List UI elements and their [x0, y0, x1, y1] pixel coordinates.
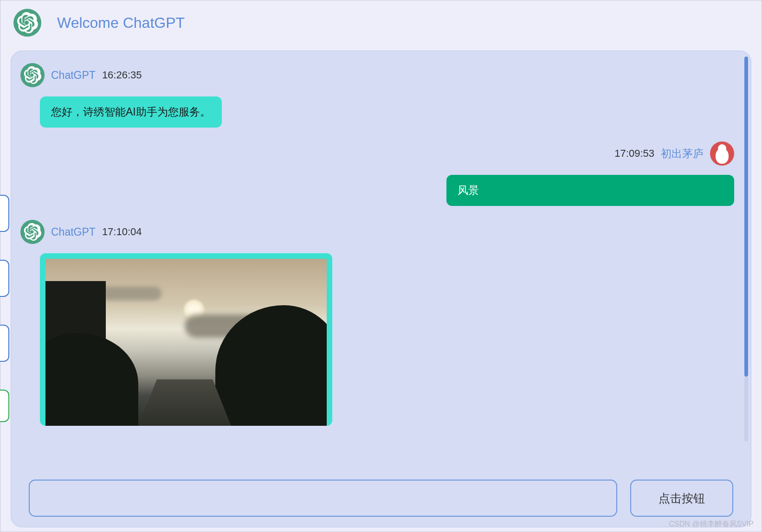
user-avatar-icon — [710, 141, 734, 166]
side-tabs — [0, 195, 9, 422]
sender-name: 初出茅庐 — [661, 147, 704, 161]
scenery-image — [45, 259, 327, 426]
message-user: 初出茅庐 17:09:53 风景 — [20, 141, 734, 206]
message-time: 16:26:35 — [102, 69, 142, 81]
scrollbar-track — [744, 377, 748, 442]
side-tab-2[interactable] — [0, 260, 9, 297]
sender-name: ChatGPT — [51, 226, 96, 238]
message-input[interactable] — [29, 480, 617, 517]
image-bubble — [40, 253, 332, 426]
side-tab-1[interactable] — [0, 195, 9, 232]
message-bot: ChatGPT 16:26:35 您好，诗绣智能AI助手为您服务。 — [20, 63, 734, 128]
message-list: ChatGPT 16:26:35 您好，诗绣智能AI助手为您服务。 初出茅庐 1… — [19, 59, 743, 467]
chatgpt-avatar-icon — [20, 220, 45, 244]
app-header: Welcome ChatGPT — [0, 0, 762, 45]
input-row: 点击按钮 — [19, 467, 743, 519]
message-time: 17:09:53 — [614, 147, 654, 160]
side-tab-3[interactable] — [0, 325, 9, 362]
app-logo-icon — [13, 9, 41, 37]
message-bot: ChatGPT 17:10:04 — [20, 220, 734, 428]
page-title: Welcome ChatGPT — [57, 14, 185, 32]
chat-panel: ChatGPT 16:26:35 您好，诗绣智能AI助手为您服务。 初出茅庐 1… — [11, 51, 751, 527]
send-button[interactable]: 点击按钮 — [630, 480, 733, 517]
scrollbar-thumb[interactable] — [744, 57, 748, 377]
sender-name: ChatGPT — [51, 69, 96, 82]
watermark: CSDN @桃李醉春风SVIP — [669, 519, 754, 529]
chatgpt-avatar-icon — [20, 63, 45, 87]
message-time: 17:10:04 — [102, 226, 142, 238]
message-bubble: 风景 — [446, 175, 734, 206]
message-bubble: 您好，诗绣智能AI助手为您服务。 — [40, 96, 222, 128]
side-tab-4[interactable] — [0, 390, 9, 422]
